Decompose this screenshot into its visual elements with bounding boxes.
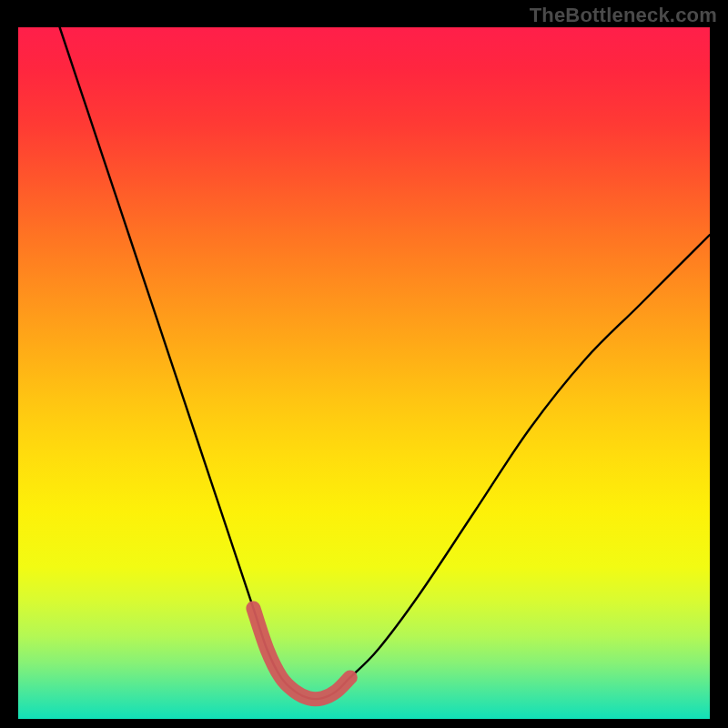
watermark-text: TheBottleneck.com [530,4,717,27]
plot-area [18,27,710,719]
highlight-segment [253,608,349,699]
bottleneck-curve [60,27,710,699]
curve-svg [18,27,710,719]
chart-container: TheBottleneck.com [0,0,728,728]
